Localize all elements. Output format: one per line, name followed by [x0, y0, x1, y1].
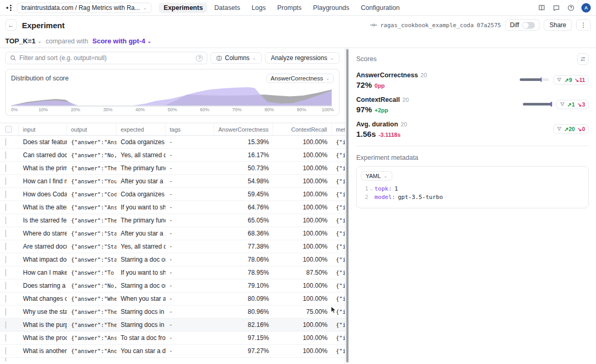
row-checkbox[interactable]	[5, 334, 6, 342]
row-checkbox[interactable]	[5, 269, 6, 276]
row-contextrecall: 100.00%	[273, 191, 332, 198]
swap-sort-icon	[580, 56, 586, 62]
table-row[interactable]: What is the proc... {"answer":"Answ... T…	[0, 332, 345, 345]
row-checkbox[interactable]	[5, 138, 6, 146]
table-row[interactable]: What impact doe... {"answer":"Star... St…	[0, 253, 345, 266]
tab-configuration[interactable]: Configuration	[356, 3, 404, 13]
select-all-checkbox[interactable]	[5, 126, 12, 133]
metadata-language-select[interactable]: YAML ⌄	[361, 171, 392, 181]
project-breadcrumb[interactable]: braintrustdata.com / Rag Metrics with Ra…	[17, 3, 151, 13]
tab-prompts[interactable]: Prompts	[273, 3, 307, 13]
row-checkbox[interactable]	[5, 321, 6, 328]
tab-playgrounds[interactable]: Playgrounds	[308, 3, 354, 13]
diff-toggle[interactable]: Diff	[505, 19, 540, 31]
feedback-chat-icon[interactable]	[552, 4, 560, 12]
table-row[interactable]: How does Coda ... {"answer":"Coda... Cod…	[0, 188, 345, 201]
table-row[interactable]: What is the purp... {"answer":"The ... S…	[0, 319, 345, 332]
row-contextrecall: 100.00%	[273, 334, 332, 342]
table-row[interactable]: What is the prim... {"answer":"The ... T…	[0, 162, 345, 175]
table-row[interactable]: What is the alter... {"answer":"Answ... …	[0, 201, 345, 214]
row-checkbox[interactable]	[5, 256, 6, 263]
table-row[interactable]: Why use the star... {"answer":"The ... S…	[0, 306, 345, 319]
back-button[interactable]: ←	[5, 19, 17, 31]
score-filter-stats[interactable]: ↗20 ↘0	[553, 124, 589, 134]
row-contextrecall: 100.00%	[273, 230, 332, 237]
filter-help-icon[interactable]: ?	[196, 55, 203, 62]
table-row[interactable]: Does star feature... {"answer":"Answ... …	[0, 136, 345, 149]
row-contextrecall: 100.00%	[273, 321, 332, 328]
row-output: {"answer":"The ...	[67, 217, 116, 224]
score-count: 20	[420, 72, 427, 78]
table-row[interactable]: Is the starred fea... {"answer":"The ...…	[0, 214, 345, 227]
table-row[interactable]: How can I find m... {"answer":"You ... A…	[0, 175, 345, 188]
table-row[interactable]: How can I make ... {"answer":"To m... If…	[0, 266, 345, 279]
row-checkbox[interactable]	[5, 347, 6, 355]
x-tick-label: 70%	[232, 107, 242, 112]
share-button[interactable]: Share	[544, 19, 572, 31]
row-checkbox[interactable]	[5, 308, 6, 315]
row-checkbox[interactable]	[5, 243, 6, 250]
row-metadata: {"id	[332, 204, 345, 210]
row-expected: Yes, all starred d...	[116, 243, 166, 250]
score-value: 72%	[356, 80, 372, 89]
table-row[interactable]: Can starred docs... {"answer":"No, ... Y…	[0, 149, 345, 162]
row-answercorrectness: 65.05%	[214, 217, 273, 224]
col-header-input[interactable]: input	[19, 123, 67, 135]
row-input: Can starred docs...	[19, 151, 67, 159]
chevron-down-icon: ⌄	[252, 55, 256, 61]
table-row[interactable]: Are starred docu... {"answer":"Star... Y…	[0, 240, 345, 253]
columns-label: Columns	[225, 54, 249, 62]
table-row[interactable]	[0, 358, 345, 361]
analyze-regressions-button[interactable]: Analyze regressions ⌄	[265, 52, 340, 64]
diff-switch[interactable]	[522, 22, 535, 29]
columns-button[interactable]: Columns ⌄	[211, 52, 262, 64]
row-metadata: {"id	[332, 230, 345, 237]
col-header-answercorrectness[interactable]: AnswerCorrectness	[214, 123, 273, 135]
row-checkbox[interactable]	[5, 204, 6, 211]
row-checkbox[interactable]	[5, 217, 6, 224]
row-metadata: {"id	[332, 191, 345, 197]
scrollbar-thumb[interactable]	[346, 49, 348, 362]
col-header-output[interactable]: output	[67, 123, 116, 135]
comparison-experiment-dropdown[interactable]: Score with gpt-4 ⌄	[92, 37, 151, 45]
help-icon[interactable]	[567, 4, 575, 12]
tab-experiments[interactable]: Experiments	[159, 3, 207, 13]
col-header-metadata[interactable]: metadata	[332, 123, 345, 135]
table-row[interactable]: What is another ... {"answer":"Anot... Y…	[0, 345, 345, 358]
row-checkbox[interactable]	[5, 165, 6, 172]
chart-metric-select[interactable]: AnswerCorrectness ⌄	[266, 74, 334, 83]
col-header-tags[interactable]: tags	[166, 123, 214, 135]
more-menu-button[interactable]: ⋮	[576, 19, 591, 31]
score-count: 20	[402, 97, 408, 103]
pane-scrollbar[interactable]	[345, 48, 349, 363]
tab-datasets[interactable]: Datasets	[209, 3, 244, 13]
row-checkbox[interactable]	[5, 178, 6, 185]
row-checkbox[interactable]	[5, 191, 6, 198]
row-contextrecall: 100.00%	[273, 243, 332, 250]
row-answercorrectness: 80.96%	[214, 308, 273, 315]
scores-settings-button[interactable]	[577, 53, 589, 65]
score-filter-stats[interactable]: ↗1 ↘3	[556, 100, 589, 109]
user-avatar[interactable]: A	[581, 3, 591, 13]
row-tags: -	[166, 308, 214, 315]
current-experiment-dropdown[interactable]: TOP_K=1 ⌄	[5, 37, 41, 45]
row-checkbox[interactable]	[5, 230, 6, 237]
docs-book-icon[interactable]	[537, 4, 546, 12]
table-row[interactable]: Does starring a d... {"answer":"No, ... …	[0, 279, 345, 292]
table-row[interactable]: Where do starre... {"answer":"Star... Af…	[0, 227, 345, 240]
col-header-expected[interactable]: expected	[116, 123, 166, 135]
metadata-code-box: YAML ⌄ 1⌄topk:12model:gpt-3.5-turbo	[356, 166, 589, 208]
row-checkbox[interactable]	[5, 295, 6, 302]
tab-logs[interactable]: Logs	[247, 3, 271, 13]
row-output: {"answer":"Answ...	[67, 204, 116, 210]
row-checkbox[interactable]	[5, 151, 6, 159]
row-checkbox[interactable]	[5, 358, 6, 361]
col-header-contextrecall[interactable]: ContextRecall	[273, 123, 332, 135]
nav-tabs: Experiments Datasets Logs Prompts Playgr…	[159, 3, 404, 13]
experiment-reference: ragas_cookbook_example_coda 07a2575	[370, 22, 501, 29]
row-answercorrectness: 68.36%	[214, 230, 273, 237]
row-checkbox[interactable]	[5, 282, 6, 289]
filter-input[interactable]	[19, 54, 193, 62]
score-filter-stats[interactable]: ↗9 ↘11	[553, 75, 589, 85]
table-row[interactable]: What changes o... {"answer":"When... Whe…	[0, 292, 345, 306]
